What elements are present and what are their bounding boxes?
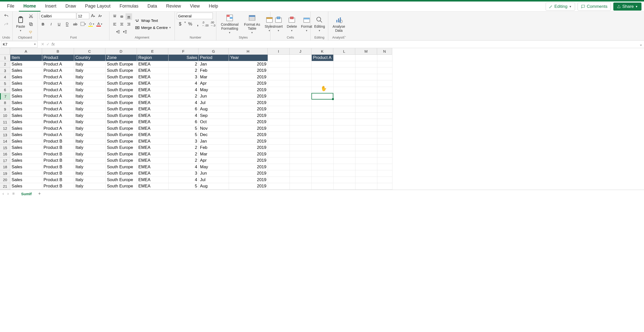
cell[interactable] xyxy=(312,164,334,171)
cell[interactable] xyxy=(268,157,290,164)
cell[interactable]: Jun xyxy=(199,170,229,177)
cell[interactable]: Product A xyxy=(42,100,74,106)
cell[interactable] xyxy=(290,106,312,113)
cell[interactable]: Italy xyxy=(74,119,106,125)
cell[interactable]: EMEA xyxy=(137,74,169,81)
cell[interactable] xyxy=(290,87,312,93)
cell[interactable]: 2 xyxy=(169,93,199,100)
cell[interactable] xyxy=(290,177,312,183)
row-header[interactable]: 12 xyxy=(0,125,10,132)
increase-indent-button[interactable] xyxy=(122,28,129,35)
cell[interactable]: South Europe xyxy=(106,164,137,171)
row-header[interactable]: 20 xyxy=(0,177,10,183)
cell[interactable]: EMEA xyxy=(137,93,169,100)
cell[interactable] xyxy=(268,113,290,119)
cell[interactable]: Period xyxy=(199,55,229,61)
cell[interactable]: EMEA xyxy=(137,145,169,151)
column-header[interactable]: A xyxy=(10,48,42,54)
cell[interactable]: May xyxy=(199,164,229,171)
cell[interactable]: 2 xyxy=(169,68,199,74)
cell[interactable]: 2019 xyxy=(229,100,268,106)
cell[interactable] xyxy=(377,151,392,158)
column-header[interactable]: I xyxy=(268,48,290,54)
cell[interactable] xyxy=(268,138,290,145)
cell[interactable] xyxy=(290,145,312,151)
cell[interactable]: 2019 xyxy=(229,87,268,93)
accept-formula-button[interactable]: ✓ xyxy=(46,42,50,47)
cell[interactable] xyxy=(355,151,377,158)
column-header[interactable]: F xyxy=(168,48,198,54)
cell[interactable] xyxy=(290,119,312,125)
redo-button[interactable] xyxy=(3,21,10,28)
cell[interactable]: Mar xyxy=(199,74,229,81)
cell[interactable]: Sales xyxy=(10,68,42,74)
cell[interactable] xyxy=(312,145,334,151)
cell[interactable] xyxy=(355,132,377,138)
cell[interactable]: Item xyxy=(10,55,42,61)
cell[interactable]: EMEA xyxy=(137,80,169,87)
delete-cells-button[interactable]: Delete▾ xyxy=(285,15,298,33)
cell[interactable]: 4 xyxy=(169,177,199,183)
cell[interactable]: 4 xyxy=(169,164,199,171)
cell[interactable]: Sales xyxy=(10,145,42,151)
cell[interactable]: South Europe xyxy=(106,119,137,125)
cell[interactable]: 2019 xyxy=(229,80,268,87)
cell[interactable] xyxy=(355,177,377,183)
cell[interactable] xyxy=(268,80,290,87)
cell[interactable]: Italy xyxy=(74,125,106,132)
cell[interactable]: 2019 xyxy=(229,177,268,183)
cell[interactable]: Feb xyxy=(199,145,229,151)
cell[interactable]: South Europe xyxy=(106,113,137,119)
name-box[interactable]: K7 ▾ xyxy=(1,41,37,48)
cell[interactable]: Italy xyxy=(74,87,106,93)
cell[interactable]: 6 xyxy=(169,106,199,113)
cell[interactable] xyxy=(290,132,312,138)
merge-centre-button[interactable]: Merge & Centre ▾ xyxy=(135,25,171,30)
menu-tab-home[interactable]: Home xyxy=(19,2,41,12)
cell[interactable]: South Europe xyxy=(106,100,137,106)
increase-decimal-button[interactable]: .0←.00 xyxy=(202,21,209,27)
cell[interactable]: EMEA xyxy=(137,61,169,68)
conditional-formatting-button[interactable]: Conditional Formatting▾ xyxy=(218,13,241,35)
cell[interactable] xyxy=(355,106,377,113)
cell[interactable] xyxy=(377,145,392,151)
scroll-right-button[interactable]: › xyxy=(7,191,9,196)
cell[interactable] xyxy=(334,61,355,68)
cell[interactable]: EMEA xyxy=(137,87,169,93)
cell[interactable]: Italy xyxy=(74,93,106,100)
cell[interactable] xyxy=(290,68,312,74)
column-header[interactable]: E xyxy=(137,48,168,54)
row-header[interactable]: 14 xyxy=(0,138,10,145)
cell[interactable]: 3 xyxy=(169,74,199,81)
cell[interactable]: EMEA xyxy=(137,183,169,190)
cell[interactable] xyxy=(312,177,334,183)
cell[interactable]: Italy xyxy=(74,132,106,138)
row-header[interactable]: 3 xyxy=(0,68,10,74)
row-header[interactable]: 6 xyxy=(0,87,10,93)
cell[interactable] xyxy=(377,164,392,171)
column-header[interactable]: G xyxy=(198,48,229,54)
cell[interactable] xyxy=(334,55,355,61)
align-left-button[interactable] xyxy=(111,21,118,27)
cell[interactable]: Product B xyxy=(42,177,74,183)
cell[interactable] xyxy=(377,170,392,177)
cell[interactable]: Product B xyxy=(42,164,74,171)
cell[interactable] xyxy=(377,132,392,138)
shrink-font-button[interactable]: A▾ xyxy=(97,13,103,19)
cell[interactable]: Italy xyxy=(74,145,106,151)
cell[interactable]: 2019 xyxy=(229,170,268,177)
cell[interactable]: EMEA xyxy=(137,119,169,125)
align-top-button[interactable] xyxy=(111,13,118,20)
cell[interactable] xyxy=(355,113,377,119)
cell[interactable] xyxy=(334,119,355,125)
menu-tab-insert[interactable]: Insert xyxy=(41,2,61,12)
cell[interactable]: Sales xyxy=(10,119,42,125)
cell[interactable]: EMEA xyxy=(137,151,169,158)
cell[interactable]: Jun xyxy=(199,93,229,100)
cell[interactable]: Sales xyxy=(10,170,42,177)
share-button[interactable]: Share ▼ xyxy=(613,3,641,11)
cell[interactable] xyxy=(290,100,312,106)
cell[interactable] xyxy=(268,132,290,138)
cell[interactable] xyxy=(334,113,355,119)
cell[interactable]: Product A xyxy=(312,55,334,61)
